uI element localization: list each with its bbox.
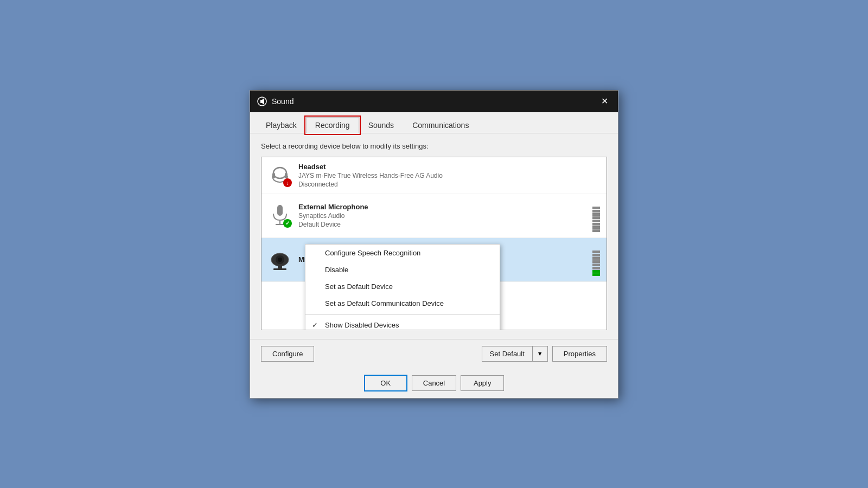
- final-buttons: OK Cancel Apply: [250, 368, 618, 398]
- bottom-buttons: Configure Set Default ▼ Properties: [250, 339, 618, 368]
- level-bar-active: [592, 273, 600, 276]
- ctx-separator-1: [305, 314, 500, 314]
- headset-icon-wrapper: ↓: [268, 163, 292, 187]
- context-menu: Configure Speech Recognition Disable Set…: [305, 244, 500, 330]
- tab-recording[interactable]: Recording: [306, 117, 359, 133]
- properties-button[interactable]: Properties: [552, 346, 607, 362]
- mic-array-level-meter: [592, 243, 600, 276]
- headset-status: Disconnected: [298, 181, 600, 188]
- tab-communications[interactable]: Communications: [403, 117, 478, 133]
- svg-rect-11: [273, 268, 286, 270]
- ctx-disable[interactable]: Disable: [305, 261, 500, 278]
- dialog-title: Sound: [272, 97, 293, 106]
- device-item-external-mic[interactable]: ✓ External Microphone Synaptics Audio De…: [261, 194, 607, 238]
- svg-point-9: [278, 258, 282, 262]
- level-bar: [592, 254, 600, 256]
- level-bar: [592, 264, 600, 266]
- ext-mic-subtitle: Synaptics Audio: [298, 212, 586, 220]
- level-bar: [592, 267, 600, 269]
- apply-button[interactable]: Apply: [461, 375, 504, 391]
- content-area: Select a recording device below to modif…: [250, 133, 618, 339]
- level-bar: [592, 226, 600, 229]
- ctx-set-default[interactable]: Set as Default Device: [305, 278, 500, 295]
- ext-mic-info: External Microphone Synaptics Audio Defa…: [298, 203, 586, 228]
- device-list: ↓ Headset JAYS m-Five True Wireless Hand…: [261, 157, 607, 330]
- instruction-text: Select a recording device below to modif…: [261, 142, 607, 150]
- level-bar: [592, 257, 600, 260]
- level-bar: [592, 216, 600, 219]
- ext-mic-level-meter: [592, 200, 600, 232]
- ctx-check-disabled: ✓: [312, 321, 318, 329]
- ext-mic-name: External Microphone: [298, 203, 586, 211]
- tab-bar: Playback Recording Sounds Communications: [250, 112, 618, 133]
- ctx-configure-speech[interactable]: Configure Speech Recognition: [305, 245, 500, 261]
- device-item-headset[interactable]: ↓ Headset JAYS m-Five True Wireless Hand…: [261, 157, 607, 194]
- bottom-right-btns: Set Default ▼ Properties: [482, 346, 607, 362]
- level-bar: [592, 229, 600, 232]
- svg-rect-4: [277, 205, 283, 216]
- ext-mic-status: Default Device: [298, 221, 586, 228]
- sound-dialog: Sound ✕ Playback Recording Sounds Commun…: [250, 90, 618, 399]
- close-button[interactable]: ✕: [598, 96, 611, 107]
- mic-array-device-icon: [268, 248, 292, 272]
- headset-name: Headset: [298, 163, 600, 171]
- tab-sounds[interactable]: Sounds: [359, 117, 403, 133]
- ext-mic-icon-wrapper: ✓: [268, 204, 292, 228]
- headset-badge: ↓: [283, 178, 292, 187]
- tab-playback[interactable]: Playback: [257, 117, 306, 133]
- level-bar-active: [592, 270, 600, 273]
- level-bar: [592, 213, 600, 216]
- ok-button[interactable]: OK: [364, 375, 407, 391]
- set-default-button-group: Set Default ▼: [482, 346, 548, 362]
- title-bar: Sound ✕: [250, 91, 618, 112]
- cancel-button[interactable]: Cancel: [412, 375, 456, 391]
- ext-mic-badge: ✓: [283, 219, 292, 228]
- configure-button[interactable]: Configure: [261, 346, 314, 362]
- headset-subtitle: JAYS m-Five True Wireless Hands-Free AG …: [298, 172, 600, 179]
- level-bar: [592, 251, 600, 253]
- sound-icon: [257, 96, 267, 107]
- level-bar: [592, 207, 600, 209]
- level-bar: [592, 210, 600, 213]
- set-default-main[interactable]: Set Default: [482, 346, 532, 362]
- title-bar-left: Sound: [257, 96, 293, 107]
- headset-info: Headset JAYS m-Five True Wireless Hands-…: [298, 163, 600, 188]
- ctx-set-default-comm[interactable]: Set as Default Communication Device: [305, 295, 500, 312]
- set-default-dropdown[interactable]: ▼: [532, 346, 548, 362]
- svg-point-1: [273, 168, 286, 178]
- ctx-show-disabled[interactable]: ✓ Show Disabled Devices: [305, 317, 500, 330]
- level-bar: [592, 220, 600, 222]
- mic-array-icon-wrapper: [268, 248, 292, 272]
- level-bar: [592, 223, 600, 226]
- level-bar: [592, 260, 600, 263]
